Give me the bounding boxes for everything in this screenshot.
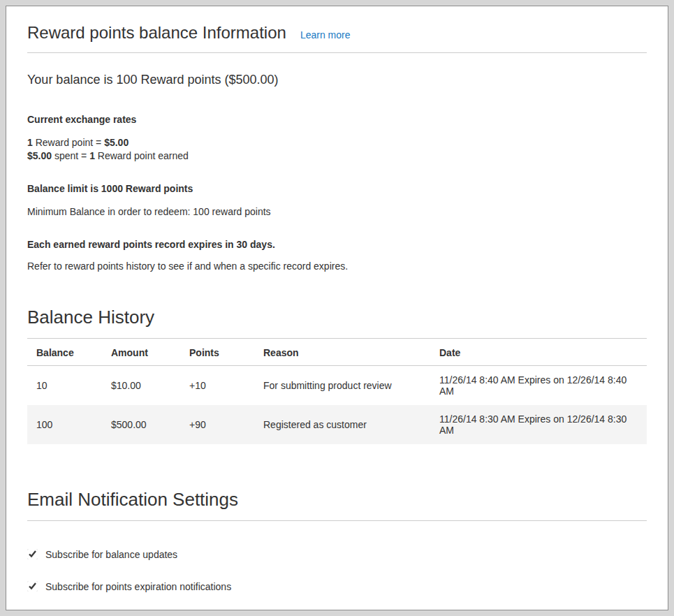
points-expiration-label: Subscribe for points expiration notifica… [45,581,231,592]
page-title: Reward points balance Information [27,23,286,43]
points-expiration-checkbox[interactable] [27,581,38,592]
cell-amount: $500.00 [102,405,180,444]
table-row: 10 $10.00 +10 For submitting product rev… [27,365,647,405]
cell-reason: Registered as customer [254,405,430,444]
expiration-hint-text: Refer to reward points history to see if… [27,260,647,273]
exchange-rate-line-1: 1 Reward point = $5.00 [27,136,647,149]
text-segment: Reward point earned [95,150,189,161]
text-segment: 1 [27,137,33,148]
reward-points-card: Reward points balance Information Learn … [6,6,668,610]
text-segment: spent = [52,150,89,161]
cell-balance: 10 [27,365,102,405]
exchange-rates-heading: Current exchange rates [27,113,647,126]
cell-points: +10 [180,365,254,405]
balance-summary: Your balance is 100 Reward points ($500.… [27,71,647,88]
text-segment: Reward point = [33,137,104,148]
cell-points: +90 [180,405,254,444]
points-expiration-option: Subscribe for points expiration notifica… [27,581,647,592]
expiration-notice-text: Each earned reward points record expires… [27,238,647,251]
minimum-balance-text: Minimum Balance in order to redeem: 100 … [27,205,647,219]
column-header-reason: Reason [254,338,430,365]
exchange-rates: 1 Reward point = $5.00 $5.00 spent = 1 R… [27,136,647,163]
text-segment: 1 [89,150,95,161]
balance-updates-checkbox[interactable] [27,549,38,559]
column-header-points: Points [180,338,254,365]
cell-reason: For submitting product review [254,365,430,405]
cell-date: 11/26/14 8:30 AM Expires on 12/26/14 8:3… [430,405,647,444]
table-header-row: Balance Amount Points Reason Date [27,338,647,365]
cell-balance: 100 [27,405,102,444]
column-header-date: Date [430,338,647,365]
column-header-balance: Balance [27,338,102,365]
page-header: Reward points balance Information Learn … [27,23,647,53]
balance-updates-label: Subscribe for balance updates [45,549,177,560]
cell-amount: $10.00 [102,365,180,405]
balance-history-table: Balance Amount Points Reason Date 10 $10… [27,338,647,444]
text-segment: $5.00 [104,137,129,148]
table-row: 100 $500.00 +90 Registered as customer 1… [27,405,647,444]
cell-date: 11/26/14 8:40 AM Expires on 12/26/14 8:4… [430,365,647,405]
table-body: 10 $10.00 +10 For submitting product rev… [27,365,647,444]
email-notification-settings-heading: Email Notification Settings [27,489,647,521]
column-header-amount: Amount [102,338,180,365]
table-header: Balance Amount Points Reason Date [27,338,647,365]
learn-more-link[interactable]: Learn more [300,29,351,41]
balance-updates-option: Subscribe for balance updates [27,549,647,560]
balance-limit-text: Balance limit is 1000 Reward points [27,182,647,196]
text-segment: $5.00 [27,150,52,161]
balance-history-heading: Balance History [27,307,647,338]
exchange-rate-line-2: $5.00 spent = 1 Reward point earned [27,149,647,163]
